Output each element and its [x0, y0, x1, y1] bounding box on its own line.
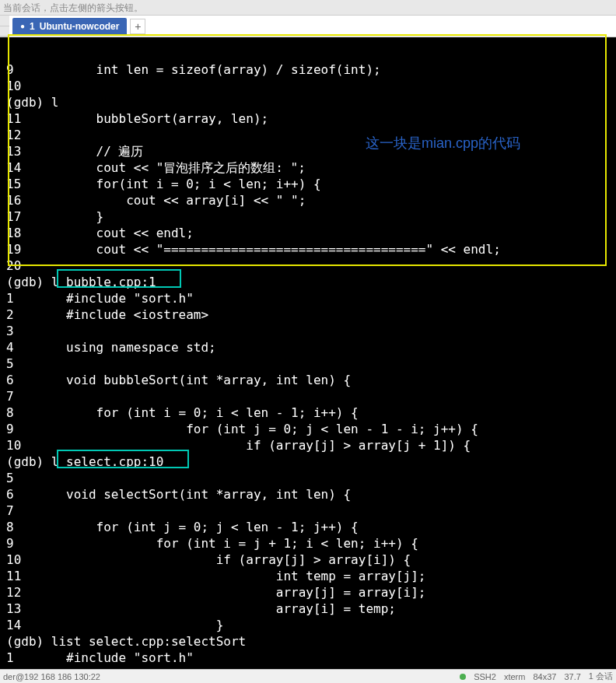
tab-strip: ● 1 Ubuntu-nowcoder +	[0, 16, 616, 37]
connection-indicator-icon	[460, 674, 466, 680]
status-term: xterm	[504, 672, 526, 681]
status-bar: der@192 168 186 130:22 SSH2 xterm 84x37 …	[0, 669, 616, 683]
terminal-tab[interactable]: ● 1 Ubuntu-nowcoder	[12, 18, 127, 35]
hint-bar: 当前会话，点击左侧的箭头按钮。	[0, 0, 616, 16]
status-size: 84x37	[533, 672, 556, 681]
tab-strip-handle[interactable]	[0, 16, 9, 37]
add-tab-button[interactable]: +	[130, 19, 145, 34]
tab-title: Ubuntu-nowcoder	[40, 21, 120, 32]
tab-index: 1	[30, 21, 35, 32]
status-ssh: SSH2	[474, 672, 496, 681]
status-pos: 37.7	[564, 672, 580, 681]
terminal-output[interactable]: 9 int len = sizeof(array) / sizeof(int);…	[0, 37, 616, 669]
tab-bullet-icon: ●	[20, 22, 25, 30]
status-sessions: 1 会话	[589, 671, 613, 682]
status-host: der@192 168 186 130:22	[3, 672, 100, 681]
